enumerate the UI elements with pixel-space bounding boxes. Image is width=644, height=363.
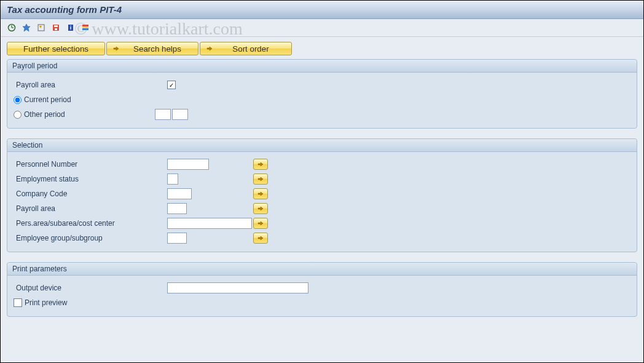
svg-marker-3 bbox=[23, 24, 30, 31]
payroll-area-label: Payroll area bbox=[14, 81, 167, 89]
svg-text:i: i bbox=[70, 25, 72, 31]
arrow-right-icon bbox=[113, 44, 119, 54]
selection-title: Selection bbox=[7, 139, 637, 152]
print-preview-checkbox[interactable] bbox=[14, 298, 22, 307]
pers-area-multiselect[interactable] bbox=[253, 218, 268, 229]
current-period-input[interactable] bbox=[14, 96, 22, 104]
other-period-radio[interactable]: Other period bbox=[14, 110, 155, 119]
info-icon[interactable]: i bbox=[65, 22, 77, 34]
window-title: Tax accounting form PIT-4 bbox=[7, 4, 122, 15]
other-period-label: Other period bbox=[24, 110, 65, 119]
current-period-label: Current period bbox=[24, 95, 71, 104]
action-button-row: Further selections Search helps Sort ord… bbox=[7, 42, 637, 55]
payroll-area-sel-label: Payroll area bbox=[14, 204, 167, 213]
svg-marker-5 bbox=[39, 26, 42, 28]
get-variant-icon[interactable] bbox=[35, 22, 47, 34]
current-period-radio[interactable]: Current period bbox=[14, 95, 71, 104]
selection-group: Selection Personnel Number Employment st… bbox=[7, 138, 637, 252]
employment-status-label: Employment status bbox=[14, 175, 167, 183]
save-icon[interactable] bbox=[50, 22, 62, 34]
print-parameters-title: Print parameters bbox=[7, 263, 637, 276]
svg-rect-4 bbox=[38, 25, 44, 31]
svg-rect-11 bbox=[82, 25, 88, 26]
variant-icon[interactable] bbox=[20, 22, 33, 34]
output-device-label: Output device bbox=[14, 284, 167, 292]
employee-group-input[interactable] bbox=[167, 233, 187, 244]
window-title-bar: Tax accounting form PIT-4 bbox=[1, 1, 643, 19]
svg-rect-8 bbox=[55, 28, 57, 30]
svg-rect-13 bbox=[82, 28, 88, 30]
company-code-input[interactable] bbox=[167, 188, 192, 199]
personnel-number-multiselect[interactable] bbox=[253, 159, 268, 170]
company-code-multiselect[interactable] bbox=[253, 188, 268, 199]
further-selections-button[interactable]: Further selections bbox=[7, 42, 105, 55]
payroll-area-checkbox[interactable]: ✓ bbox=[167, 81, 176, 89]
employment-status-multiselect[interactable] bbox=[253, 174, 268, 185]
payroll-period-group: Payroll period Payroll area ✓ Current pe… bbox=[7, 59, 637, 129]
arrow-right-icon bbox=[206, 44, 213, 54]
spreadsheet-icon[interactable] bbox=[79, 22, 92, 34]
sort-order-button[interactable]: Sort order bbox=[200, 42, 292, 55]
employee-group-label: Employee group/subgroup bbox=[14, 234, 167, 242]
payroll-period-title: Payroll period bbox=[7, 60, 637, 73]
toolbar-strip: i bbox=[1, 19, 643, 37]
print-preview-checkbox-row[interactable]: Print preview bbox=[14, 298, 67, 307]
svg-rect-7 bbox=[54, 25, 58, 27]
further-selections-label: Further selections bbox=[23, 44, 88, 54]
print-preview-label: Print preview bbox=[25, 298, 67, 307]
employee-group-multiselect[interactable] bbox=[253, 233, 268, 244]
pers-area-label: Pers.area/subarea/cost center bbox=[14, 219, 167, 228]
employment-status-input[interactable] bbox=[167, 174, 178, 185]
payroll-area-sel-input[interactable] bbox=[167, 203, 187, 214]
personnel-number-input[interactable] bbox=[167, 159, 209, 170]
personnel-number-label: Personnel Number bbox=[14, 160, 167, 169]
main-content: Further selections Search helps Sort ord… bbox=[1, 37, 643, 332]
output-device-input[interactable] bbox=[167, 282, 308, 293]
company-code-label: Company Code bbox=[14, 189, 167, 198]
payroll-area-multiselect[interactable] bbox=[253, 203, 268, 214]
search-helps-label: Search helps bbox=[123, 44, 192, 54]
svg-rect-12 bbox=[82, 26, 88, 28]
execute-icon[interactable] bbox=[6, 22, 18, 34]
print-parameters-group: Print parameters Output device Print pre… bbox=[7, 262, 637, 317]
other-period-input[interactable] bbox=[14, 111, 22, 119]
other-period-field-1[interactable] bbox=[155, 109, 171, 120]
sort-order-label: Sort order bbox=[216, 44, 285, 54]
pers-area-input[interactable] bbox=[167, 218, 252, 229]
search-helps-button[interactable]: Search helps bbox=[106, 42, 198, 55]
other-period-field-2[interactable] bbox=[172, 109, 188, 120]
